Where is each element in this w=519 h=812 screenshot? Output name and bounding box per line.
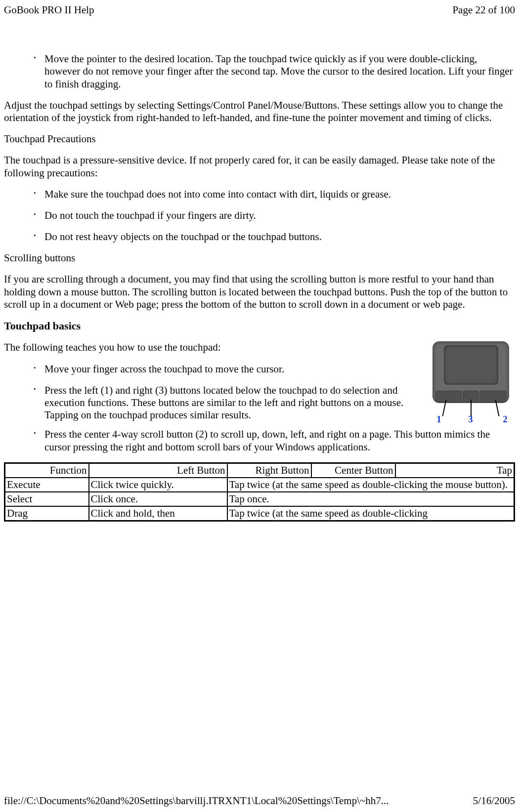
basics-bullet: Move your finger across the touchpad to … [34,363,515,375]
col-left-button: Left Button [89,463,227,478]
scrolling-heading: Scrolling buttons [4,252,515,264]
cell-function: Drag [5,506,89,521]
precautions-heading: Touchpad Precautions [4,133,515,145]
cell-right: Tap twice (at the same speed as double-c… [227,506,515,521]
precaution-item: Do not rest heavy objects on the touchpa… [34,231,515,243]
settings-para: Adjust the touchpad settings by selectin… [4,99,515,124]
cell-function: Execute [5,478,89,492]
col-right-button: Right Button [227,463,311,478]
cell-left: Click and hold, then [89,506,227,521]
col-function: Function [5,463,89,478]
precaution-item: Do not touch the touchpad if your finger… [34,209,515,222]
table-row: Drag Click and hold, then Tap twice (at … [5,506,515,521]
cell-left: Click twice quickly. [89,478,227,492]
cell-left: Click once. [89,492,227,506]
page-title: GoBook PRO II Help [4,4,94,16]
footer-path: file://C:\Documents%20and%20Settings\bar… [4,795,389,807]
footer-date: 5/16/2005 [473,795,515,807]
cell-function: Select [5,492,89,506]
scrolling-para: If you are scrolling through a document,… [4,273,515,311]
touchpad-basics-heading: Touchpad basics [4,320,515,332]
table-row: Select Click once. Tap once. [5,492,515,506]
touchpad-functions-table: Function Left Button Right Button Center… [4,462,515,522]
page-number: Page 22 of 100 [452,4,515,16]
cell-right: Tap twice (at the same speed as double-c… [227,478,515,492]
basics-bullet: Press the left (1) and right (3) buttons… [34,384,515,422]
precaution-item: Make sure the touchpad does not into com… [34,188,515,201]
table-row: Execute Click twice quickly. Tap twice (… [5,478,515,492]
col-center-button: Center Button [311,463,395,478]
cell-right: Tap once. [227,492,515,506]
precautions-intro: The touchpad is a pressure-sensitive dev… [4,154,515,179]
basics-bullet: Press the center 4-way scroll button (2)… [34,428,515,453]
table-header-row: Function Left Button Right Button Center… [5,463,515,478]
col-tap: Tap [395,463,515,478]
instruction-bullet: Move the pointer to the desired location… [34,53,515,90]
